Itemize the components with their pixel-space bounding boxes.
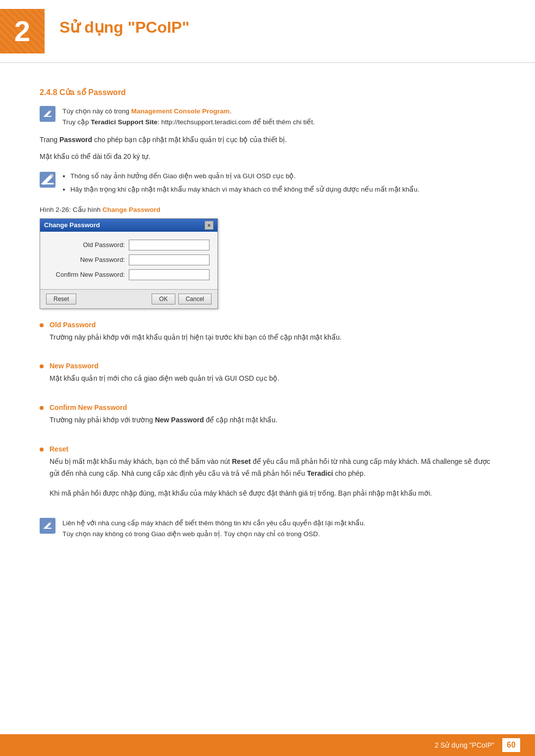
bullet-note-icon (40, 172, 55, 188)
dialog-body: Old Password: New Password: Confirm New … (40, 232, 217, 289)
dialog-footer: Reset OK Cancel (40, 289, 217, 308)
note-icon-1 (40, 106, 55, 122)
new-password-row: New Password: (48, 254, 210, 265)
chapter-title: Sử dụng "PCoIP" (45, 9, 189, 37)
pencil-icon-3 (43, 521, 53, 531)
pencil-icon-2 (40, 172, 55, 188)
teradici-bold-ref: Teradici (307, 469, 333, 477)
confirm-password-field-section: Confirm New Password Trường này phải khớ… (50, 403, 277, 426)
confirm-password-field-title: Confirm New Password (50, 403, 277, 411)
old-password-section: Old Password Trường này phải khớp với mậ… (40, 321, 495, 353)
password-bold: Password (59, 136, 92, 144)
chapter-header: 2 Sử dụng "PCoIP" (0, 0, 535, 63)
bullet-note-item-2: Hãy thận trọng khi cập nhật mật khẩu máy… (70, 184, 495, 196)
new-password-ref: New Password (155, 416, 204, 424)
bullet-dot-2 (40, 364, 44, 368)
old-password-title: Old Password (50, 321, 342, 329)
note-box-2: Liên hệ với nhà cung cấp máy khách để bi… (40, 518, 495, 539)
bullet-dot-4 (40, 448, 44, 452)
reset-section: Reset Nếu bị mất mật khẩu máy khách, bạn… (40, 445, 495, 509)
bullet-note-content: Thông số này ảnh hưởng đến Giao diện web… (62, 171, 495, 198)
old-password-label: Old Password: (48, 241, 125, 249)
old-password-field-section: Old Password Trường này phải khớp với mậ… (50, 321, 342, 344)
footer-page-number: 60 (502, 738, 520, 752)
dialog-title-bar: Change Password × (40, 219, 217, 232)
old-password-input[interactable] (129, 240, 210, 251)
bullet-dot-3 (40, 406, 44, 410)
bullet-note-item-1: Thông số này ảnh hưởng đến Giao diện web… (70, 171, 495, 182)
section-title: Cửa sổ Password (59, 88, 126, 97)
change-password-dialog: Change Password × Old Password: New Pass… (40, 218, 218, 309)
teradici-support-bold: Teradici Support Site (91, 118, 158, 126)
body-paragraph-1: Trang Password cho phép bạn cập nhật mật… (40, 134, 495, 146)
section-number: 2.4.8 (40, 88, 57, 97)
page-footer: 2 Sử dụng "PCoIP" 60 (0, 734, 535, 756)
chapter-number-block: 2 (0, 9, 45, 53)
new-password-label: New Password: (48, 256, 125, 263)
note-text-1: Tùy chọn này có trong Management Console… (62, 106, 315, 127)
footer-text: 2 Sử dụng "PCoIP" (434, 741, 494, 749)
chapter-number: 2 (14, 17, 30, 46)
new-password-input[interactable] (129, 254, 210, 265)
note-icon-2 (40, 518, 55, 534)
reset-desc-2: Khi mã phản hồi được nhập đúng, mật khẩu… (50, 488, 495, 500)
confirm-password-input[interactable] (129, 269, 210, 280)
note2-line1: Liên hệ với nhà cung cấp máy khách để bi… (62, 519, 366, 527)
reset-field-section: Reset Nếu bị mất mật khẩu máy khách, bạn… (50, 445, 495, 499)
old-password-row: Old Password: (48, 240, 210, 251)
new-password-desc: Mật khẩu quản trị mới cho cả giao diện w… (50, 373, 279, 385)
old-password-desc: Trường này phải khớp với mật khẩu quản t… (50, 332, 342, 344)
pencil-icon (43, 109, 53, 119)
figure-caption: Hình 2-26: Cấu hình Change Password (40, 205, 495, 213)
reset-desc-1: Nếu bị mất mật khẩu máy khách, bạn có th… (50, 456, 495, 480)
reset-title: Reset (50, 445, 495, 453)
dialog-footer-left: Reset (46, 294, 149, 304)
note-box-1: Tùy chọn này có trong Management Console… (40, 106, 495, 127)
bullet-note-box: Thông số này ảnh hưởng đến Giao diện web… (40, 171, 495, 198)
reset-bold-ref: Reset (232, 457, 251, 465)
new-password-title: New Password (50, 362, 279, 370)
note-text-2: Liên hệ với nhà cung cấp máy khách để bi… (62, 518, 366, 539)
ok-button[interactable]: OK (152, 294, 175, 304)
main-content: 2.4.8 Cửa sổ Password Tùy chọn này có tr… (0, 63, 535, 586)
dialog-title: Change Password (44, 221, 100, 229)
new-password-section: New Password Mật khẩu quản trị mới cho c… (40, 362, 495, 395)
mgmt-console-link: Management Console Program (131, 107, 230, 115)
change-password-caption: Change Password (103, 206, 160, 213)
osd-bold: OSD (256, 172, 270, 180)
section-heading: 2.4.8 Cửa sổ Password (40, 88, 495, 97)
cancel-button[interactable]: Cancel (178, 294, 212, 304)
bullet-dot-1 (40, 323, 44, 327)
body-paragraph-2: Mật khẩu có thể dài tối đa 20 ký tự. (40, 151, 495, 163)
dialog-close-button[interactable]: × (205, 221, 214, 230)
confirm-password-section: Confirm New Password Trường này phải khớ… (40, 403, 495, 436)
confirm-password-desc: Trường này phải khớp với trường New Pass… (50, 414, 277, 426)
note2-line2: Tùy chọn này không có trong Giao diện we… (62, 530, 320, 538)
reset-button[interactable]: Reset (46, 294, 76, 304)
new-password-field-section: New Password Mật khẩu quản trị mới cho c… (50, 362, 279, 385)
confirm-password-row: Confirm New Password: (48, 269, 210, 280)
confirm-password-label: Confirm New Password: (48, 271, 125, 278)
